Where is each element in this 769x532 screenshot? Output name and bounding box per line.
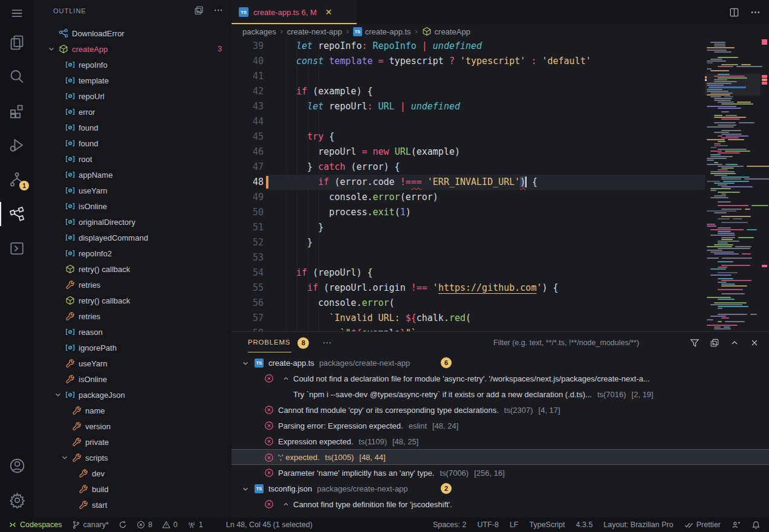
- split-editor-icon[interactable]: [729, 7, 739, 18]
- line-number-53[interactable]: 53: [232, 250, 264, 265]
- breadcrumb-packages[interactable]: packages: [242, 27, 276, 36]
- line-number-58[interactable]: 58: [232, 326, 264, 331]
- code-line-45[interactable]: 45 try {: [232, 129, 769, 144]
- minimap[interactable]: [705, 39, 761, 331]
- outline-item-root[interactable]: root: [34, 151, 232, 167]
- line-number-49[interactable]: 49: [232, 190, 264, 205]
- status-ln-48-col-45-1-selected[interactable]: Ln 48, Col 45 (1 selected): [226, 521, 313, 529]
- status-lf[interactable]: LF: [510, 521, 519, 529]
- line-number-44[interactable]: 44: [232, 114, 264, 129]
- code-line-56[interactable]: 56 console.error(: [232, 296, 769, 311]
- tab-problems[interactable]: PROBLEMS: [248, 339, 290, 347]
- outline-item-retries[interactable]: retries: [34, 277, 232, 293]
- outline-item-build[interactable]: build: [34, 481, 232, 497]
- status-utf-8[interactable]: UTF-8: [477, 521, 498, 529]
- group-by-icon[interactable]: [710, 338, 719, 348]
- line-number-48[interactable]: 48: [232, 175, 264, 190]
- collapse-all-icon[interactable]: [194, 5, 204, 15]
- line-number-45[interactable]: 45: [232, 129, 264, 144]
- outline-item-packageJson[interactable]: packageJson: [34, 387, 232, 403]
- status-8[interactable]: 8: [137, 521, 152, 529]
- code-line-40[interactable]: 40 const template = typescript ? 'typesc…: [232, 54, 769, 69]
- problem-row[interactable]: Parsing error: Expression expected.eslin…: [232, 418, 769, 433]
- code-line-43[interactable]: 43 let repoUrl: URL | undefined: [232, 99, 769, 114]
- problem-related-info-row[interactable]: Try `npm i --save-dev @types/async-retry…: [232, 386, 769, 402]
- code-line-48[interactable]: 48 if (error.code !=== 'ERR_INVALID_URL'…: [232, 175, 769, 190]
- line-number-43[interactable]: 43: [232, 99, 264, 114]
- tab-close-icon[interactable]: ✕: [325, 7, 333, 17]
- outline-item-error[interactable]: error: [34, 104, 232, 120]
- outline-item-name[interactable]: name: [34, 403, 232, 418]
- outline-item-repoInfo2[interactable]: repoInfo2: [34, 245, 232, 261]
- code-line-58[interactable]: 58 `"${example}"`: [232, 326, 769, 331]
- outline-item-retry-callback[interactable]: retry() callback: [34, 293, 232, 308]
- code-editor[interactable]: 39 let repoInfo: RepoInfo | undefined40 …: [232, 39, 769, 331]
- status-4-3-5[interactable]: 4.3.5: [576, 521, 593, 529]
- code-line-52[interactable]: 52 }: [232, 235, 769, 250]
- code-line-42[interactable]: 42 if (example) {: [232, 84, 769, 99]
- breadcrumb-create-next-app[interactable]: create-next-app: [287, 27, 342, 36]
- outline-item-createApp[interactable]: createApp3: [34, 41, 232, 57]
- outline-item-dev[interactable]: dev: [34, 465, 232, 481]
- problems-file-tsconfig-json[interactable]: TStsconfig.jsonpackages/create-next-app2: [232, 481, 769, 496]
- status-feedback[interactable]: [732, 521, 741, 530]
- outline-item-DownloadError[interactable]: DownloadError: [34, 25, 232, 41]
- code-line-53[interactable]: 53: [232, 250, 769, 265]
- line-number-52[interactable]: 52: [232, 235, 264, 250]
- run-debug-icon[interactable]: [0, 131, 34, 160]
- outline-item-private[interactable]: private: [34, 434, 232, 450]
- chevron-down-icon[interactable]: [60, 453, 70, 462]
- breadcrumb-createApp[interactable]: createApp: [422, 27, 470, 36]
- code-line-49[interactable]: 49 console.error(error): [232, 190, 769, 205]
- code-line-44[interactable]: 44: [232, 114, 769, 129]
- line-number-46[interactable]: 46: [232, 144, 264, 160]
- references-view-icon[interactable]: [0, 199, 34, 229]
- code-line-54[interactable]: 54 if (repoUrl) {: [232, 265, 769, 281]
- outline-item-retry-callback[interactable]: retry() callback: [34, 261, 232, 277]
- tab-create-app-ts[interactable]: TS create-app.ts 6, M ✕: [232, 0, 357, 24]
- code-line-57[interactable]: 57 `Invalid URL: ${chalk.red(: [232, 311, 769, 326]
- chevron-down-icon[interactable]: [241, 358, 250, 368]
- line-number-57[interactable]: 57: [232, 311, 264, 326]
- outline-item-found[interactable]: found: [34, 135, 232, 151]
- outline-item-appName[interactable]: appName: [34, 167, 232, 183]
- outline-item-useYarn[interactable]: useYarn: [34, 355, 232, 371]
- code-line-47[interactable]: 47 } catch (error) {: [232, 160, 769, 175]
- settings-gear-icon[interactable]: [0, 485, 34, 514]
- outline-item-retries[interactable]: retries: [34, 308, 232, 324]
- close-panel-icon[interactable]: [750, 338, 759, 348]
- chevron-down-icon[interactable]: [47, 44, 56, 54]
- line-number-39[interactable]: 39: [232, 39, 264, 54]
- problem-row[interactable]: Could not find a declaration file for mo…: [232, 371, 769, 386]
- status-layout-brazilian-pro[interactable]: Layout: Brazilian Pro: [603, 521, 673, 529]
- problems-filter-input[interactable]: [493, 336, 681, 350]
- status-typescript[interactable]: TypeScript: [529, 521, 565, 529]
- explorer-icon[interactable]: [0, 28, 34, 57]
- status-bell[interactable]: [751, 521, 761, 530]
- line-number-54[interactable]: 54: [232, 265, 264, 281]
- line-number-41[interactable]: 41: [232, 69, 264, 84]
- line-number-55[interactable]: 55: [232, 281, 264, 296]
- more-actions-icon[interactable]: [213, 5, 223, 15]
- outline-item-isOnline[interactable]: isOnline: [34, 198, 232, 214]
- search-icon[interactable]: [0, 62, 34, 91]
- outline-item-template[interactable]: template: [34, 73, 232, 88]
- panel-view-icon[interactable]: [0, 234, 34, 263]
- status-codespaces[interactable]: Codespaces: [8, 521, 62, 529]
- breadcrumb-create-app-ts[interactable]: TScreate-app.ts: [353, 27, 411, 36]
- problem-row[interactable]: Cannot find module 'cpy' or its correspo…: [232, 402, 769, 418]
- extensions-icon[interactable]: [0, 97, 34, 126]
- problem-row[interactable]: Parameter 'name' implicitly has an 'any'…: [232, 465, 769, 481]
- outline-item-found[interactable]: found: [34, 120, 232, 135]
- editor-more-actions-icon[interactable]: [750, 7, 761, 18]
- outline-item-version[interactable]: version: [34, 418, 232, 434]
- account-icon[interactable]: [0, 451, 34, 480]
- code-line-46[interactable]: 46 repoUrl = new URL(example): [232, 144, 769, 160]
- outline-item-scripts[interactable]: scripts: [34, 450, 232, 465]
- outline-item-useYarn[interactable]: useYarn: [34, 183, 232, 198]
- line-number-51[interactable]: 51: [232, 220, 264, 235]
- problem-row[interactable]: ';' expected.ts(1005)[48, 44]: [232, 449, 769, 465]
- code-line-51[interactable]: 51 }: [232, 220, 769, 235]
- code-line-55[interactable]: 55 if (repoUrl.origin !== 'https://githu…: [232, 281, 769, 296]
- code-line-39[interactable]: 39 let repoInfo: RepoInfo | undefined: [232, 39, 769, 54]
